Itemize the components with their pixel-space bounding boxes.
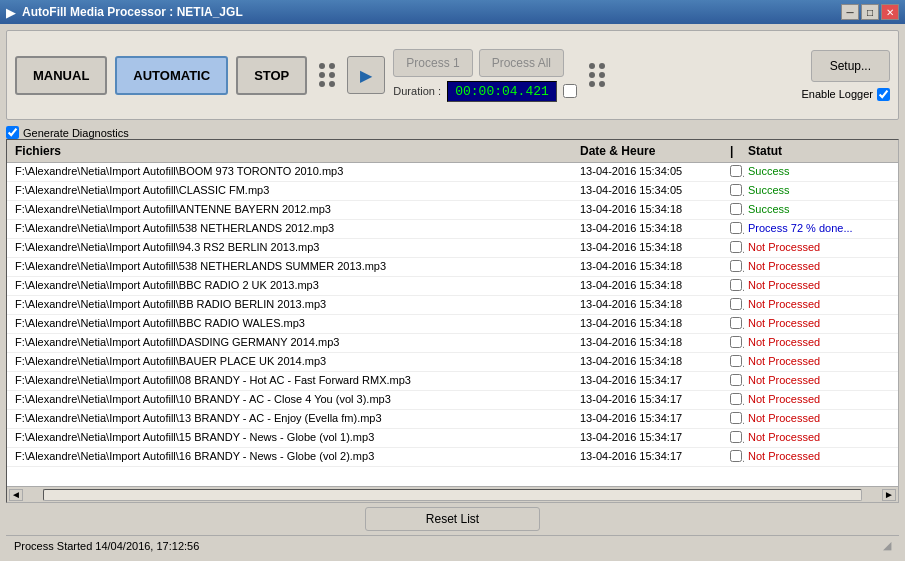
row-checkbox[interactable] [730, 412, 742, 424]
status-cell: Not Processed [744, 354, 894, 370]
status-cell: Not Processed [744, 297, 894, 313]
play-button[interactable]: ▶ [347, 56, 385, 94]
table-row[interactable]: F:\Alexandre\Netia\Import Autofill\538 N… [7, 258, 898, 277]
status-cell: Not Processed [744, 259, 894, 275]
row-checkbox-cell [726, 430, 744, 446]
file-cell: F:\Alexandre\Netia\Import Autofill\BOOM … [11, 164, 576, 180]
date-cell: 13-04-2016 15:34:18 [576, 202, 726, 218]
row-checkbox-cell [726, 221, 744, 237]
dot [599, 63, 605, 69]
close-button[interactable]: ✕ [881, 4, 899, 20]
status-cell: Success [744, 202, 894, 218]
generate-diagnostics-checkbox[interactable] [6, 126, 19, 139]
status-cell: Process 72 % done... [744, 221, 894, 237]
reset-button-row: Reset List [6, 503, 899, 535]
stop-button[interactable]: STOP [236, 56, 307, 95]
table-row[interactable]: F:\Alexandre\Netia\Import Autofill\BBC R… [7, 315, 898, 334]
file-cell: F:\Alexandre\Netia\Import Autofill\538 N… [11, 259, 576, 275]
date-cell: 13-04-2016 15:34:18 [576, 221, 726, 237]
hscroll-right-arrow[interactable]: ► [882, 489, 896, 501]
play-icon: ▶ [360, 66, 372, 85]
date-cell: 13-04-2016 15:34:18 [576, 354, 726, 370]
file-table: Fichiers Date & Heure | Statut F:\Alexan… [6, 139, 899, 503]
table-row[interactable]: F:\Alexandre\Netia\Import Autofill\16 BR… [7, 448, 898, 467]
status-cell: Not Processed [744, 335, 894, 351]
status-cell: Not Processed [744, 240, 894, 256]
dot [329, 63, 335, 69]
dot [319, 63, 325, 69]
horizontal-scrollbar[interactable]: ◄ ► [7, 486, 898, 502]
dot [589, 81, 595, 87]
status-cell: Not Processed [744, 411, 894, 427]
row-checkbox[interactable] [730, 450, 742, 462]
table-row[interactable]: F:\Alexandre\Netia\Import Autofill\10 BR… [7, 391, 898, 410]
separator-dots-left [315, 59, 339, 91]
table-row[interactable]: F:\Alexandre\Netia\Import Autofill\BAUER… [7, 353, 898, 372]
dot [319, 72, 325, 78]
hscroll-left-arrow[interactable]: ◄ [9, 489, 23, 501]
row-checkbox[interactable] [730, 298, 742, 310]
row-checkbox[interactable] [730, 279, 742, 291]
table-body[interactable]: F:\Alexandre\Netia\Import Autofill\BOOM … [7, 163, 898, 486]
table-row[interactable]: F:\Alexandre\Netia\Import Autofill\BB RA… [7, 296, 898, 315]
automatic-button[interactable]: AUTOMATIC [115, 56, 228, 95]
row-checkbox-cell [726, 164, 744, 180]
maximize-button[interactable]: □ [861, 4, 879, 20]
window-controls: ─ □ ✕ [841, 4, 899, 20]
title-bar: ▶ AutoFill Media Processor : NETIA_JGL ─… [0, 0, 905, 24]
table-row[interactable]: F:\Alexandre\Netia\Import Autofill\CLASS… [7, 182, 898, 201]
processall-button[interactable]: Process All [479, 49, 564, 77]
row-checkbox[interactable] [730, 355, 742, 367]
status-cell: Not Processed [744, 392, 894, 408]
row-checkbox[interactable] [730, 431, 742, 443]
dot [599, 81, 605, 87]
window-body: MANUAL AUTOMATIC STOP ▶ Process 1 Proces… [0, 24, 905, 561]
table-row[interactable]: F:\Alexandre\Netia\Import Autofill\08 BR… [7, 372, 898, 391]
row-checkbox[interactable] [730, 165, 742, 177]
row-checkbox[interactable] [730, 222, 742, 234]
row-checkbox[interactable] [730, 393, 742, 405]
minimize-button[interactable]: ─ [841, 4, 859, 20]
table-row[interactable]: F:\Alexandre\Netia\Import Autofill\538 N… [7, 220, 898, 239]
row-checkbox[interactable] [730, 317, 742, 329]
enable-logger-checkbox[interactable] [877, 88, 890, 101]
file-cell: F:\Alexandre\Netia\Import Autofill\08 BR… [11, 373, 576, 389]
dot [319, 81, 325, 87]
table-row[interactable]: F:\Alexandre\Netia\Import Autofill\13 BR… [7, 410, 898, 429]
file-cell: F:\Alexandre\Netia\Import Autofill\BAUER… [11, 354, 576, 370]
row-checkbox[interactable] [730, 203, 742, 215]
setup-button[interactable]: Setup... [811, 50, 890, 82]
date-cell: 13-04-2016 15:34:17 [576, 449, 726, 465]
file-cell: F:\Alexandre\Netia\Import Autofill\94.3 … [11, 240, 576, 256]
row-checkbox-cell [726, 183, 744, 199]
row-checkbox[interactable] [730, 336, 742, 348]
hscroll-track[interactable] [43, 489, 862, 501]
reset-list-button[interactable]: Reset List [365, 507, 540, 531]
row-checkbox[interactable] [730, 184, 742, 196]
row-checkbox-cell [726, 354, 744, 370]
row-checkbox[interactable] [730, 241, 742, 253]
status-cell: Success [744, 183, 894, 199]
status-cell: Success [744, 164, 894, 180]
status-cell: Not Processed [744, 430, 894, 446]
row-checkbox[interactable] [730, 260, 742, 272]
table-row[interactable]: F:\Alexandre\Netia\Import Autofill\94.3 … [7, 239, 898, 258]
manual-button[interactable]: MANUAL [15, 56, 107, 95]
status-cell: Not Processed [744, 278, 894, 294]
enable-logger-area: Enable Logger [801, 88, 890, 101]
row-checkbox-cell [726, 411, 744, 427]
row-checkbox[interactable] [730, 374, 742, 386]
table-row[interactable]: F:\Alexandre\Netia\Import Autofill\DASDI… [7, 334, 898, 353]
date-cell: 13-04-2016 15:34:17 [576, 430, 726, 446]
file-cell: F:\Alexandre\Netia\Import Autofill\ANTEN… [11, 202, 576, 218]
dot [589, 72, 595, 78]
dot [329, 72, 335, 78]
status-message: Process Started 14/04/2016, 17:12:56 [14, 540, 199, 552]
table-row[interactable]: F:\Alexandre\Netia\Import Autofill\15 BR… [7, 429, 898, 448]
table-row[interactable]: F:\Alexandre\Netia\Import Autofill\BBC R… [7, 277, 898, 296]
table-row[interactable]: F:\Alexandre\Netia\Import Autofill\BOOM … [7, 163, 898, 182]
table-row[interactable]: F:\Alexandre\Netia\Import Autofill\ANTEN… [7, 201, 898, 220]
process1-button[interactable]: Process 1 [393, 49, 472, 77]
duration-checkbox[interactable] [563, 84, 577, 98]
generate-diagnostics-label: Generate Diagnostics [23, 127, 129, 139]
